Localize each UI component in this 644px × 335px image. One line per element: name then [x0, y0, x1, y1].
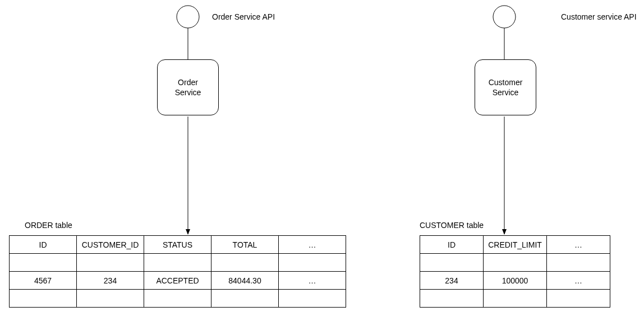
order-cell-empty	[10, 254, 77, 272]
order-api-label: Order Service API	[212, 12, 275, 21]
order-cell-total: 84044.30	[211, 272, 279, 290]
order-cell-empty	[211, 290, 279, 308]
order-service-box: OrderService	[157, 59, 219, 115]
order-api-lollipop-circle	[177, 6, 199, 28]
table-row	[10, 254, 346, 272]
table-row: ID CREDIT_LIMIT …	[420, 236, 610, 254]
customer-table-title: CUSTOMER table	[420, 221, 484, 230]
order-header-customer-id: CUSTOMER_ID	[77, 236, 144, 254]
table-row	[10, 290, 346, 308]
table-row: ID CUSTOMER_ID STATUS TOTAL …	[10, 236, 346, 254]
customer-cell-empty	[420, 290, 484, 308]
order-cell-empty	[77, 290, 144, 308]
order-table-title: ORDER table	[25, 221, 72, 230]
table-row	[420, 290, 610, 308]
order-cell-empty	[144, 254, 211, 272]
order-header-more: …	[279, 236, 346, 254]
order-cell-id: 4567	[10, 272, 77, 290]
order-cell-empty	[211, 254, 279, 272]
table-row: 4567 234 ACCEPTED 84044.30 …	[10, 272, 346, 290]
customer-header-more: …	[547, 236, 610, 254]
order-header-status: STATUS	[144, 236, 211, 254]
order-cell-status: ACCEPTED	[144, 272, 211, 290]
order-cell-empty	[10, 290, 77, 308]
order-cell-more: …	[279, 272, 346, 290]
order-cell-empty	[279, 290, 346, 308]
order-header-total: TOTAL	[211, 236, 279, 254]
order-cell-empty	[77, 254, 144, 272]
customer-cell-empty	[547, 290, 610, 308]
customer-api-lollipop-circle	[493, 6, 516, 28]
customer-header-credit-limit: CREDIT_LIMIT	[484, 236, 547, 254]
order-table: ID CUSTOMER_ID STATUS TOTAL … 4567 234 A…	[9, 235, 346, 308]
customer-cell-more: …	[547, 272, 610, 290]
customer-cell-credit-limit: 100000	[484, 272, 547, 290]
customer-cell-empty	[547, 254, 610, 272]
order-cell-empty	[144, 290, 211, 308]
customer-cell-empty	[484, 290, 547, 308]
customer-header-id: ID	[420, 236, 484, 254]
customer-service-box: CustomerService	[475, 59, 536, 115]
customer-cell-id: 234	[420, 272, 484, 290]
table-row	[420, 254, 610, 272]
customer-api-label: Customer service API	[561, 12, 637, 21]
order-service-label: OrderService	[175, 77, 201, 97]
customer-cell-empty	[484, 254, 547, 272]
order-header-id: ID	[10, 236, 77, 254]
table-row: 234 100000 …	[420, 272, 610, 290]
customer-service-label: CustomerService	[489, 77, 523, 97]
customer-cell-empty	[420, 254, 484, 272]
customer-table: ID CREDIT_LIMIT … 234 100000 …	[420, 235, 610, 308]
order-cell-empty	[279, 254, 346, 272]
order-cell-customer-id: 234	[77, 272, 144, 290]
